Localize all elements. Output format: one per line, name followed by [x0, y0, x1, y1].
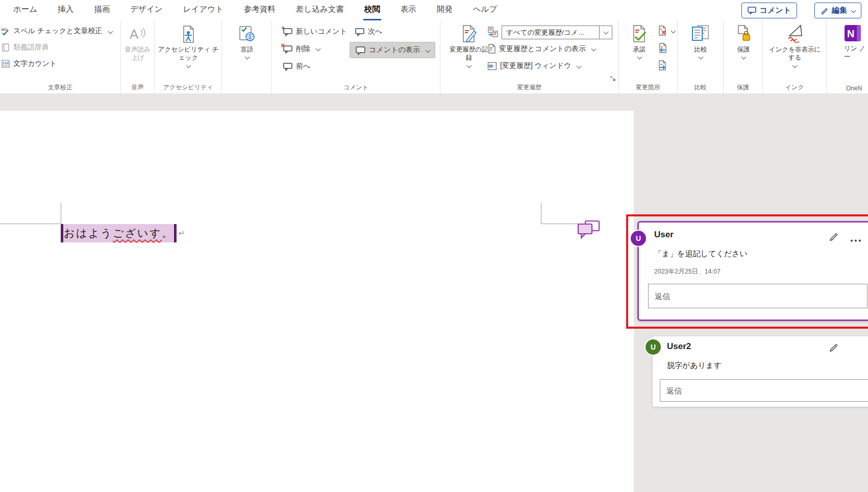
delete-comment-button[interactable]: × 削除	[282, 44, 320, 54]
reply-input[interactable]	[649, 284, 867, 308]
chevron-down-icon	[316, 46, 321, 52]
accept-change-icon	[630, 24, 649, 43]
group-tracking: 変更履歴の記録 すべての変更履歴/コメ… 変更履歴とコメントの表示	[440, 20, 619, 93]
document-text-line[interactable]: おはようございす。 ↵	[61, 224, 185, 242]
chevron-down-icon	[244, 55, 250, 60]
word-count-label: 文字カウント	[13, 59, 57, 68]
x-mark: ×	[281, 42, 285, 49]
read-aloud-button[interactable]: A 音声読み上げ	[123, 26, 153, 62]
track-changes-button[interactable]: 変更履歴の記録	[448, 24, 490, 67]
word-count-button[interactable]: 123 文字カウント	[1, 59, 57, 68]
chevron-down-icon	[792, 63, 798, 68]
group-accessibility: アクセシビリティ チェック アクセシビリティ	[155, 20, 222, 93]
markup-display-select[interactable]: すべての変更履歴/コメ…	[502, 26, 612, 39]
tab-developer[interactable]: 開発	[436, 0, 454, 20]
document-page[interactable]: おはようございす。 ↵	[0, 111, 634, 492]
comment-indicator-icon[interactable]	[577, 220, 601, 241]
spelling-grammar-button[interactable]: abc スペル チェックと文章校正	[1, 27, 112, 36]
protect-lock-icon	[734, 24, 753, 43]
reject-change-button[interactable]	[658, 26, 675, 36]
document-canvas: おはようございす。 ↵ U User 「ま」を追記してください 2023年2月2…	[0, 93, 868, 492]
read-aloud-label: 音声読み上げ	[123, 45, 153, 62]
edit-comment-icon[interactable]	[829, 231, 839, 243]
next-comment-button[interactable]: → 次へ	[354, 27, 382, 36]
previous-change-icon	[658, 43, 667, 53]
comment-card-user2[interactable]: U User2 脱字があります	[653, 336, 868, 407]
next-comment-icon: →	[354, 27, 365, 36]
tab-view[interactable]: 表示	[400, 0, 417, 20]
chevron-down-icon[interactable]	[599, 26, 612, 39]
previous-comment-label: 前へ	[296, 62, 310, 71]
reject-change-icon	[658, 26, 667, 36]
tab-home[interactable]: ホーム	[12, 0, 38, 20]
group-label-ink: インク	[763, 83, 826, 92]
edit-comment-icon[interactable]	[829, 341, 839, 354]
hide-ink-icon	[785, 24, 805, 43]
reply-box	[660, 379, 868, 402]
reply-input[interactable]	[660, 380, 868, 401]
comment-card-user[interactable]: U User 「ま」を追記してください 2023年2月25日、14:07	[637, 221, 868, 321]
tab-draw[interactable]: 描画	[93, 0, 111, 20]
tab-references[interactable]: 参考資料	[243, 0, 277, 20]
new-comment-label: 新しいコメント	[296, 27, 347, 36]
tab-help[interactable]: ヘルプ	[472, 0, 499, 20]
tab-review[interactable]: 校閲	[363, 0, 381, 20]
chevron-down-icon	[466, 63, 472, 68]
chevron-down-icon	[637, 55, 642, 60]
group-speech: A 音声読み上げ 音声	[121, 20, 155, 93]
group-label-changes: 変更箇所	[619, 83, 677, 92]
tab-mailings[interactable]: 差し込み文書	[295, 0, 345, 20]
new-comment-button[interactable]: + 新しいコメント	[282, 27, 347, 36]
show-markup-button[interactable]: 変更履歴とコメントの表示	[487, 44, 596, 54]
compare-button[interactable]: 比較	[687, 24, 714, 59]
next-comment-label: 次へ	[368, 27, 382, 36]
hide-ink-button[interactable]: インクを非表示にする	[768, 24, 822, 67]
comments-toggle-button[interactable]: コメント	[741, 3, 797, 18]
group-proofing: abc スペル チェックと文章校正 類義語辞典 123 文字カウント 文章校正	[0, 20, 121, 93]
chevron-down-icon	[851, 8, 856, 13]
reviewing-pane-icon	[487, 62, 497, 70]
thesaurus-button[interactable]: 類義語辞典	[1, 43, 49, 52]
protect-button[interactable]: 保護	[730, 24, 757, 59]
word-count-icon: 123	[1, 59, 10, 68]
show-comments-icon	[355, 45, 366, 55]
next-change-button[interactable]	[658, 60, 667, 70]
accessibility-check-button[interactable]: アクセシビリティ チェック	[158, 26, 219, 67]
group-protect: 保護 保護	[724, 20, 763, 93]
group-label-onenote: OneN	[827, 85, 868, 92]
reviewing-pane-label: [変更履歴] ウィンドウ	[500, 61, 571, 70]
previous-change-button[interactable]	[658, 43, 667, 53]
chevron-down-icon	[591, 46, 597, 52]
more-options-icon[interactable]	[850, 235, 861, 244]
accept-change-button[interactable]: 承諾	[625, 24, 654, 59]
previous-comment-button[interactable]: ← 前へ	[282, 61, 310, 71]
tracking-dialog-launcher[interactable]	[609, 75, 616, 82]
group-label-accessibility: アクセシビリティ	[155, 83, 221, 92]
show-comments-toggle[interactable]: コメントの表示	[350, 42, 435, 58]
hide-ink-label: インクを非表示にする	[768, 45, 822, 62]
group-label-speech: 音声	[121, 83, 154, 92]
tab-insert[interactable]: 挿入	[57, 0, 75, 20]
margin-crop-mark-left-horizontal	[0, 224, 61, 224]
arrow-right-mark: →	[354, 24, 360, 31]
language-button[interactable]: 言語	[232, 26, 262, 59]
show-markup-icon	[487, 44, 496, 54]
linked-notes-button[interactable]: N リン ノー	[844, 24, 867, 61]
comment-author: User	[654, 230, 674, 240]
tab-design[interactable]: デザイン	[129, 0, 163, 20]
plus-mark: +	[281, 25, 285, 31]
group-label-protect: 保護	[724, 83, 762, 92]
spellcheck-icon: abc	[1, 27, 10, 36]
avatar: U	[644, 338, 662, 356]
show-comments-label: コメントの表示	[369, 45, 420, 55]
compare-icon	[691, 24, 710, 43]
markup-display-value: すべての変更履歴/コメ…	[502, 26, 599, 39]
group-onenote: N リン ノー OneN	[827, 20, 868, 93]
commented-highlighted-text[interactable]: おはようございす。	[61, 224, 177, 242]
read-aloud-icon: A	[129, 26, 147, 43]
tab-layout[interactable]: レイアウト	[182, 0, 225, 20]
editing-mode-button[interactable]: 編集	[814, 3, 861, 18]
comment-timestamp: 2023年2月25日、14:07	[654, 267, 721, 276]
reviewing-pane-button[interactable]: [変更履歴] ウィンドウ	[487, 61, 581, 70]
chevron-down-icon	[671, 28, 676, 33]
